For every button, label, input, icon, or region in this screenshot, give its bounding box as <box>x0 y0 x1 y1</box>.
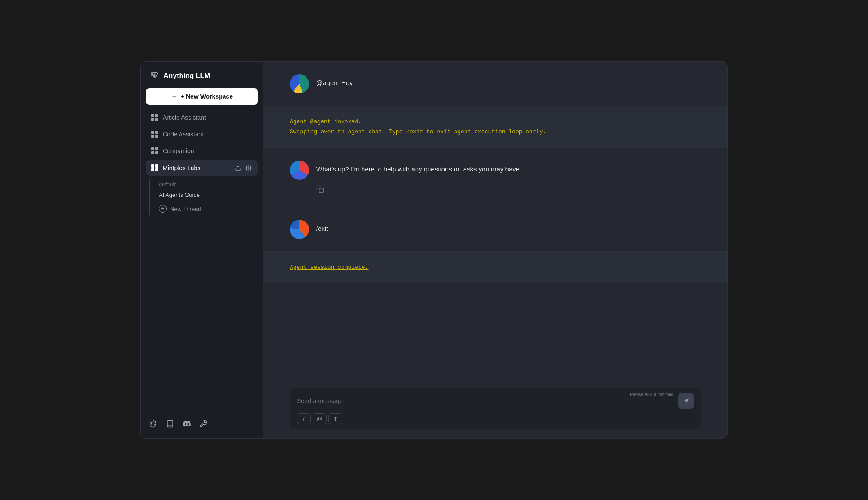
text-icon: T <box>334 415 337 422</box>
input-tooltip: Please fill out this field. <box>630 392 675 397</box>
user-avatar-1 <box>290 74 309 93</box>
agent-avatar-1 <box>290 161 309 180</box>
wrench-button[interactable] <box>196 416 211 431</box>
agent-session-text: Agent session complete. <box>290 264 701 271</box>
new-workspace-button[interactable]: ＋ + New Workspace <box>146 88 258 105</box>
thread-default: default <box>155 179 258 189</box>
user-avatar-2 <box>290 220 309 239</box>
system-line1: Agent @agent invoked. <box>290 117 701 127</box>
new-thread-button[interactable]: + New Thread <box>155 202 258 215</box>
new-workspace-label: + New Workspace <box>181 93 233 100</box>
slash-command-button[interactable]: / <box>297 413 311 424</box>
thread-item-ai-agents[interactable]: AI Agents Guide <box>155 189 258 200</box>
hand-button[interactable] <box>146 416 161 431</box>
slash-icon: / <box>303 415 305 422</box>
sidebar-item-companion[interactable]: Companion <box>146 143 258 158</box>
settings-button[interactable] <box>245 164 253 172</box>
workspace-actions <box>234 164 253 172</box>
user-message-2: /exit <box>290 220 701 239</box>
plus-circle-icon: + <box>159 205 167 213</box>
sidebar-item-article-assistant[interactable]: Article Assistant <box>146 110 258 125</box>
message-text-2: What’s up? I’m here to help with any que… <box>316 164 521 175</box>
svg-rect-2 <box>319 188 324 193</box>
input-area: Please fill out this field. / @ <box>263 381 727 438</box>
sidebar: Anything LLM ＋ + New Workspace Article A… <box>141 62 263 438</box>
sidebar-item-mintplex-labs[interactable]: Mintplex Labs <box>146 160 258 176</box>
input-container: Please fill out this field. / @ <box>290 388 701 429</box>
agent-session-block: Agent session complete. <box>263 252 727 283</box>
svg-point-1 <box>248 167 249 169</box>
app-container: Anything LLM ＋ + New Workspace Article A… <box>140 61 728 439</box>
message-text-1: @agent Hey <box>316 74 353 88</box>
input-toolbar: / @ T <box>297 409 694 424</box>
app-title: Anything LLM <box>164 72 210 80</box>
upload-button[interactable] <box>234 164 242 172</box>
workspace-label: Companion <box>163 147 194 154</box>
thread-section: default AI Agents Guide + New Thread <box>149 179 258 215</box>
message-block-3: /exit <box>263 207 727 252</box>
message-block-2: What’s up? I’m here to help with any que… <box>263 148 727 207</box>
agent-message-1: What’s up? I’m here to help with any que… <box>290 161 701 195</box>
workspace-grid-icon <box>151 164 158 171</box>
workspace-grid-icon <box>151 147 158 154</box>
message-block-1: @agent Hey <box>263 62 727 106</box>
app-logo: Anything LLM <box>146 69 258 88</box>
input-row: Please fill out this field. <box>297 393 694 409</box>
copy-icon[interactable] <box>316 185 521 195</box>
system-message-1: Agent @agent invoked. Swapping over to a… <box>263 106 727 148</box>
at-icon: @ <box>317 415 322 422</box>
sidebar-item-code-assistant[interactable]: Code Assistant <box>146 127 258 142</box>
workspace-grid-icon <box>151 114 158 121</box>
message-input[interactable] <box>297 397 673 404</box>
workspace-label: Article Assistant <box>163 114 206 121</box>
user-message-1: @agent Hey <box>290 74 701 93</box>
send-button[interactable] <box>678 393 694 409</box>
workspace-list: Article Assistant Code Assistant Compani… <box>146 110 258 407</box>
workspace-label: Code Assistant <box>163 131 203 138</box>
logo-icon <box>149 71 160 81</box>
system-text-1: Agent @agent invoked. Swapping over to a… <box>290 117 701 137</box>
chat-area: @agent Hey Agent @agent invoked. Swappin… <box>263 62 727 381</box>
workspace-grid-icon <box>151 131 158 138</box>
message-text-3: /exit <box>316 220 328 234</box>
workspace-label: Mintplex Labs <box>163 164 200 171</box>
book-button[interactable] <box>163 416 178 431</box>
at-mention-button[interactable]: @ <box>313 413 327 424</box>
agent-invoked-text: Agent @agent invoked. <box>290 118 362 125</box>
system-line2: Swapping over to agent chat. Type /exit … <box>290 127 701 137</box>
text-format-button[interactable]: T <box>328 413 342 424</box>
plus-icon: ＋ <box>171 93 177 100</box>
new-thread-label: New Thread <box>170 206 201 212</box>
sidebar-bottom <box>146 411 258 431</box>
discord-button[interactable] <box>179 416 194 431</box>
main-content: @agent Hey Agent @agent invoked. Swappin… <box>263 62 727 438</box>
